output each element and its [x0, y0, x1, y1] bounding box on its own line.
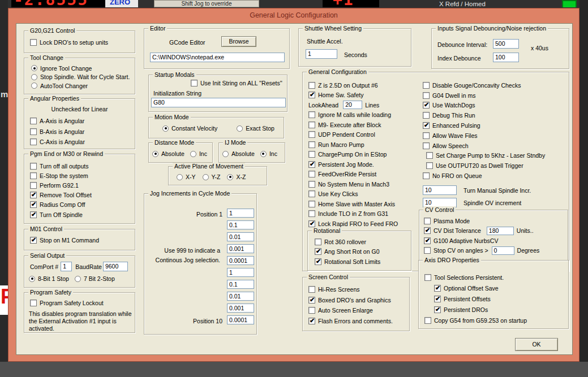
radio-row[interactable]: Y-Z — [203, 174, 221, 180]
checkbox[interactable] — [423, 112, 430, 119]
checkbox[interactable] — [30, 163, 37, 170]
checkbox-row[interactable]: G04 Dwell in ms — [423, 90, 568, 101]
checkbox[interactable] — [315, 239, 321, 245]
checkbox[interactable] — [308, 181, 315, 188]
jog-increment-field[interactable]: 0.001 — [227, 244, 254, 253]
jog-increment-field[interactable]: 0.01 — [227, 292, 254, 301]
radio-button[interactable] — [31, 83, 37, 89]
checkbox[interactable] — [308, 220, 315, 227]
radio-button[interactable] — [260, 151, 267, 157]
checkbox[interactable] — [308, 307, 315, 314]
comport-field[interactable]: 1 — [61, 262, 72, 271]
checkbox-row[interactable]: Disable Gouge/Concavity Checks — [423, 80, 568, 90]
stop-m1-row[interactable]: Stop on M1 Command — [30, 237, 99, 244]
radio-row[interactable]: Inc — [190, 150, 207, 157]
checkbox[interactable] — [308, 201, 315, 207]
cv-dist-field[interactable]: 180 — [487, 227, 514, 235]
plasma-mode-row[interactable]: Plasma Mode — [424, 216, 565, 226]
jog-increment-field[interactable]: 1 — [227, 209, 254, 218]
checkbox[interactable] — [315, 258, 321, 265]
checkbox-row[interactable]: E-Stop the system — [30, 171, 92, 180]
checkbox-row[interactable]: Include TLO in Z from G31 — [308, 209, 417, 219]
radio-row[interactable]: Absolute — [152, 150, 184, 157]
checkbox-row[interactable]: Hi-Res Screens — [308, 284, 393, 295]
cv-dist-tolerance-row[interactable]: CV Dist Tolerance 180 Units.. — [424, 226, 565, 236]
checkbox-row[interactable]: Home Slave with Master Axis — [308, 199, 417, 209]
checkbox-row[interactable]: Z is 2.5D on Output #6 — [308, 80, 417, 90]
checkbox-row[interactable]: Tool Selections Persistent. — [424, 272, 527, 283]
checkbox[interactable] — [426, 162, 433, 169]
checkbox[interactable] — [308, 171, 315, 177]
checkbox[interactable] — [30, 201, 37, 208]
checkbox[interactable] — [423, 132, 430, 139]
checkbox-row[interactable]: Boxed DRO's and Graphics — [308, 295, 393, 306]
editor-path-field[interactable]: C:\WINDOWS\notepad.exe — [150, 53, 285, 62]
checkbox[interactable] — [424, 317, 431, 324]
checkbox[interactable] — [423, 172, 430, 179]
checkbox[interactable] — [30, 182, 37, 189]
checkbox-row[interactable]: Persistent Offsets — [424, 293, 527, 304]
jog-increment-field[interactable]: 0.001 — [227, 304, 254, 313]
checkbox[interactable] — [191, 80, 198, 86]
use-init-string-row[interactable]: Use Init String on ALL ''Resets'' — [191, 80, 282, 86]
checkbox[interactable] — [30, 39, 37, 46]
radio-row[interactable]: AutoTool Changer — [31, 81, 130, 90]
radio-row[interactable]: Ignore Tool Change — [31, 64, 130, 73]
radio-button[interactable] — [237, 125, 243, 132]
baudrate-field[interactable]: 9600 — [103, 262, 128, 271]
checkbox-row[interactable]: Remove Tool Offset — [30, 190, 92, 200]
checkbox-row[interactable]: Run Macro Pump — [308, 140, 417, 150]
debounce-interval-field[interactable]: 500 — [493, 39, 519, 49]
checkbox-row[interactable]: Ignore M calls while loading — [308, 110, 417, 120]
jog-increment-field[interactable]: 0.1 — [227, 280, 254, 289]
jog-increment-field[interactable]: 1 — [227, 268, 254, 277]
radio-button[interactable] — [227, 174, 233, 180]
checkbox-row[interactable]: FeedOverRide Persist — [308, 170, 417, 180]
radio-row[interactable]: Stop Spindle. Wait for Cycle Start. — [31, 73, 130, 82]
checkbox[interactable] — [30, 118, 37, 124]
radio-button[interactable] — [177, 174, 183, 180]
checkbox[interactable] — [308, 122, 315, 128]
jog-increment-field[interactable]: 0.0001 — [227, 315, 254, 324]
checkbox-row[interactable]: B-Axis is Angular — [30, 127, 85, 137]
checkbox[interactable] — [308, 318, 315, 324]
checkbox[interactable] — [424, 218, 431, 224]
checkbox-row[interactable]: Flash Errors and comments. — [308, 316, 393, 327]
radio-row[interactable]: 8-Bit 1 Stop — [29, 275, 69, 282]
checkbox[interactable] — [30, 192, 37, 198]
checkbox-row[interactable]: Allow Speech — [423, 141, 568, 151]
checkbox-row[interactable]: Enhanced Pulsing — [423, 120, 568, 131]
radio-button[interactable] — [31, 74, 37, 80]
checkbox[interactable] — [30, 211, 37, 218]
checkbox-row[interactable]: C-Axis is Angular — [30, 137, 85, 148]
radio-row[interactable]: Absolute — [222, 150, 255, 157]
checkbox[interactable] — [308, 92, 315, 98]
lock-dro-row[interactable]: Lock DRO's to setup units — [30, 39, 108, 46]
checkbox-row[interactable]: Persistent DROs — [424, 304, 527, 315]
radio-row[interactable]: Inc — [260, 150, 277, 157]
checkbox[interactable] — [426, 152, 433, 159]
checkbox-row[interactable]: Persistent Jog Mode. — [308, 159, 417, 170]
checkbox[interactable] — [308, 286, 315, 293]
browse-button[interactable]: Browse — [221, 36, 256, 47]
radio-row[interactable]: Exact Stop — [237, 125, 274, 132]
lookahead-field[interactable]: 20 — [343, 101, 362, 109]
checkbox-row[interactable]: Use WatchDogs — [423, 101, 568, 111]
spindle-incr-field[interactable]: 10 — [423, 185, 457, 195]
radio-button[interactable] — [152, 151, 158, 157]
radio-button[interactable] — [203, 174, 209, 180]
init-string-field[interactable]: G80 — [151, 98, 286, 107]
nurbs-row[interactable]: G100 Adaptive NurbsCV — [424, 236, 565, 246]
checkbox[interactable] — [308, 297, 315, 304]
checkbox-row[interactable]: Use Key Clicks — [308, 189, 417, 200]
checkbox-row[interactable]: Turn off all outputs — [30, 161, 92, 171]
checkbox[interactable] — [423, 92, 430, 99]
checkbox[interactable] — [308, 141, 315, 148]
checkbox-row[interactable]: ChargePump On in EStop — [308, 150, 417, 160]
checkbox-row[interactable]: Rotational Soft Limits — [315, 257, 380, 267]
checkbox[interactable] — [423, 142, 430, 149]
radio-row[interactable]: Constant Velocity — [162, 125, 217, 132]
checkbox-row[interactable]: Ang Short Rot on G0 — [315, 247, 380, 257]
safety-lockout-row[interactable]: Program Safety Lockout — [30, 300, 104, 306]
checkbox[interactable] — [30, 138, 37, 145]
